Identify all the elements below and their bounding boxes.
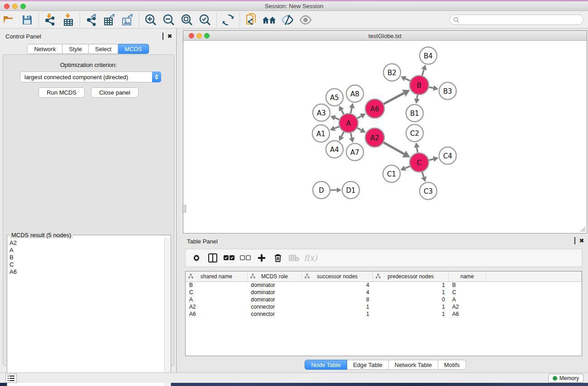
table-row[interactable]: Adominator80A	[186, 296, 582, 303]
tab-network-table[interactable]: Network Table	[389, 360, 438, 370]
tab-motifs[interactable]: Motifs	[438, 360, 466, 370]
table-cell[interactable]: 1	[301, 303, 373, 310]
table-cell[interactable]: 1	[373, 303, 449, 310]
tab-edge-table[interactable]: Edge Table	[347, 360, 389, 370]
optimization-criterion-dropdown[interactable]: largest connected component (directed)	[20, 71, 161, 82]
delete-column-icon[interactable]	[271, 251, 285, 265]
table-cell[interactable]: A6	[186, 310, 247, 318]
clone-network-icon[interactable]	[244, 13, 259, 27]
first-neighbors-icon[interactable]	[262, 13, 277, 27]
table-cell[interactable]: A2	[186, 303, 247, 310]
column-header-predecessor-nodes[interactable]: predecessor nodes	[373, 272, 449, 281]
table-row[interactable]: A2connector11A2	[186, 303, 582, 310]
edge-C-C4[interactable]	[429, 159, 433, 160]
table-cell[interactable]: 4	[301, 281, 373, 289]
table-cell[interactable]: A6	[449, 310, 486, 318]
edge-A-A2[interactable]	[357, 128, 361, 130]
task-history-button[interactable]	[5, 374, 17, 383]
network-window-titlebar[interactable]: testGlobe.txt	[183, 31, 587, 41]
run-mcds-button[interactable]: Run MCDS	[38, 87, 85, 98]
tab-node-table[interactable]: Node Table	[305, 360, 347, 370]
open-file-icon[interactable]	[1, 13, 17, 27]
table-cell[interactable]	[486, 310, 581, 318]
float-panel-icon[interactable]	[163, 33, 163, 39]
edge-A-A8[interactable]	[351, 108, 352, 113]
table-cell[interactable]: 0	[373, 296, 449, 303]
refresh-icon[interactable]	[220, 13, 236, 27]
show-all-icon[interactable]	[298, 13, 313, 27]
table-cell[interactable]	[486, 289, 581, 296]
edge-B-B4[interactable]	[422, 70, 424, 76]
zoom-in-icon[interactable]	[143, 13, 158, 27]
deselect-all-icon[interactable]	[238, 251, 253, 265]
result-item[interactable]: B	[10, 254, 163, 261]
table-cell[interactable]: 1	[301, 310, 373, 318]
network-graph[interactable]: B4B2BB3A5A8A6A3B1AA1C2A2A4A7CC4C1C3DD1	[183, 41, 587, 233]
table-cell[interactable]: C	[186, 289, 247, 296]
table-cell[interactable]	[486, 281, 581, 289]
zoom-fit-icon[interactable]	[179, 13, 195, 27]
tab-select[interactable]: Select	[89, 44, 118, 54]
table-cell[interactable]: 1	[373, 310, 449, 318]
import-table-icon[interactable]	[61, 13, 76, 27]
table-cell[interactable]: 4	[301, 289, 373, 296]
table-float-panel-icon[interactable]	[574, 238, 575, 243]
network-canvas[interactable]: B4B2BB3A5A8A6A3B1AA1C2A2A4A7CC4C1C3DD1	[183, 41, 587, 233]
dropdown-stepper-icon[interactable]	[152, 71, 161, 82]
table-cell[interactable]: 8	[301, 296, 373, 303]
zoom-out-icon[interactable]	[161, 13, 177, 27]
save-session-icon[interactable]	[19, 13, 35, 27]
table-cell[interactable]: dominator	[247, 296, 301, 303]
edge-A-A7[interactable]	[351, 133, 352, 138]
export-table-icon[interactable]	[102, 13, 117, 27]
edge-A6-B[interactable]	[383, 93, 404, 104]
table-cell[interactable]	[486, 296, 581, 303]
result-item[interactable]: A2	[10, 239, 163, 247]
result-item[interactable]: C	[10, 261, 163, 268]
tab-mcds[interactable]: MCDS	[118, 44, 148, 54]
table-cell[interactable]: A	[186, 296, 247, 303]
table-close-panel-icon[interactable]: ✖	[579, 238, 584, 243]
network-view-window[interactable]: testGlobe.txt B4B2BB3A5A8A6A3B1AA1C2A2A4…	[183, 30, 587, 234]
table-row[interactable]: A6connector11A6	[186, 310, 582, 318]
zoom-selected-icon[interactable]	[197, 13, 213, 27]
edge-B-B3[interactable]	[429, 87, 434, 88]
table-cell[interactable]: 1	[373, 281, 449, 289]
result-item[interactable]: A	[10, 247, 163, 254]
edge-B-B1[interactable]	[417, 95, 417, 99]
table-cell[interactable]: C	[449, 289, 486, 296]
column-layout-icon[interactable]	[206, 251, 220, 265]
table-cell[interactable]: 1	[373, 289, 449, 296]
resize-grip-icon[interactable]	[580, 226, 586, 232]
table-cell[interactable]: dominator	[247, 289, 301, 296]
column-header-MCDS-role[interactable]: MCDS role	[247, 272, 301, 281]
close-panel-button[interactable]: Close panel	[91, 87, 139, 98]
function-builder-icon[interactable]: f(x)	[303, 251, 318, 265]
edge-A-A3[interactable]	[335, 118, 339, 119]
mcds-result-list[interactable]: A2ABCA6	[8, 238, 164, 386]
add-column-icon[interactable]	[254, 251, 269, 265]
table-cell[interactable]: connector	[247, 303, 301, 310]
search-box[interactable]	[449, 14, 583, 25]
tab-style[interactable]: Style	[62, 44, 89, 54]
delete-table-icon[interactable]	[287, 251, 301, 265]
result-scrollbar[interactable]	[164, 238, 170, 386]
export-network-icon[interactable]	[84, 13, 99, 27]
table-cell[interactable]: A2	[449, 303, 486, 310]
edge-A-A4[interactable]	[341, 132, 344, 136]
select-all-icon[interactable]	[222, 251, 236, 265]
memory-button[interactable]: Memory	[548, 374, 583, 383]
export-image-icon[interactable]	[120, 13, 135, 27]
hide-selected-icon[interactable]	[280, 13, 295, 27]
edge-C-C1[interactable]	[405, 166, 410, 168]
table-row[interactable]: Cdominator41C	[186, 289, 582, 296]
edge-C-C3[interactable]	[422, 172, 424, 177]
import-network-icon[interactable]	[43, 13, 58, 27]
table-cell[interactable]: A	[449, 296, 486, 303]
edge-B-B2[interactable]	[405, 79, 410, 81]
table-cell[interactable]: connector	[247, 310, 301, 318]
close-panel-icon[interactable]: ✖	[167, 33, 172, 39]
settings-gear-icon[interactable]	[189, 251, 204, 265]
tab-network[interactable]: Network	[27, 44, 62, 54]
canvas-edge-handle[interactable]	[182, 205, 186, 212]
